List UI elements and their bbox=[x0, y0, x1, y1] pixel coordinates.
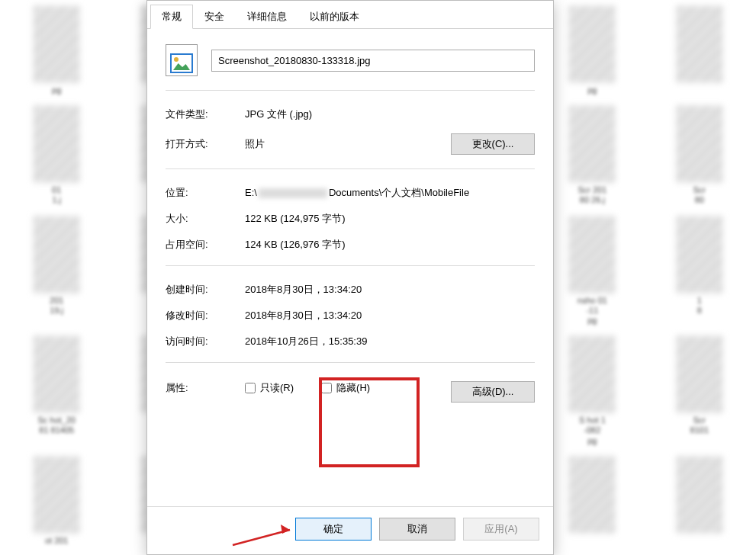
file-thumbnail[interactable] bbox=[649, 457, 750, 549]
file-thumbnail[interactable] bbox=[649, 6, 750, 98]
label-created: 创建时间: bbox=[166, 283, 239, 297]
label-size: 大小: bbox=[166, 212, 239, 226]
file-thumbnail[interactable]: S hot 1 -082 pg bbox=[542, 336, 642, 449]
separator bbox=[166, 168, 535, 169]
value-modified: 2018年8月30日，13:34:20 bbox=[245, 309, 535, 322]
checkbox-readonly[interactable]: 只读(R) bbox=[245, 381, 294, 395]
tab-previous-versions[interactable]: 以前的版本 bbox=[298, 5, 371, 29]
value-size-on-disk: 124 KB (126,976 字节) bbox=[245, 238, 535, 252]
label-size-on-disk: 占用空间: bbox=[166, 238, 239, 252]
value-accessed: 2018年10月26日，15:35:39 bbox=[245, 335, 535, 348]
properties-dialog: 常规 安全 详细信息 以前的版本 文件类型: JPG 文件 (.jpg) 打开方… bbox=[146, 0, 554, 555]
file-thumbnail[interactable]: Scr 8101 bbox=[649, 336, 750, 449]
dialog-content: 文件类型: JPG 文件 (.jpg) 打开方式: 照片 更改(C)... 位置… bbox=[147, 29, 553, 506]
file-thumbnail[interactable]: 1 8 bbox=[649, 217, 750, 329]
tab-general[interactable]: 常规 bbox=[150, 5, 193, 29]
file-thumbnail[interactable] bbox=[542, 457, 642, 549]
label-accessed: 访问时间: bbox=[166, 335, 239, 348]
checkbox-hidden-input[interactable] bbox=[321, 383, 332, 393]
file-type-icon bbox=[166, 44, 198, 76]
tabs-bar: 常规 安全 详细信息 以前的版本 bbox=[147, 1, 553, 29]
file-thumbnail[interactable]: Scr 201 80 26.j bbox=[542, 106, 642, 208]
label-modified: 修改时间: bbox=[166, 309, 239, 322]
label-open-with: 打开方式: bbox=[166, 137, 239, 151]
apply-button[interactable]: 应用(A) bbox=[463, 518, 539, 541]
separator bbox=[166, 265, 535, 266]
file-thumbnail[interactable]: Scr 80 bbox=[649, 106, 750, 208]
file-thumbnail[interactable]: 201 19.j bbox=[6, 217, 107, 329]
file-thumbnail[interactable]: Sc hot_20 81 81405 bbox=[6, 336, 107, 449]
label-attributes: 属性: bbox=[166, 381, 239, 395]
change-button[interactable]: 更改(C)... bbox=[451, 133, 535, 155]
separator bbox=[166, 362, 535, 363]
filename-input[interactable] bbox=[211, 50, 535, 72]
ok-button[interactable]: 确定 bbox=[295, 518, 372, 541]
value-location: E:\Documents\个人文档\MobileFile bbox=[245, 186, 535, 200]
separator bbox=[166, 90, 535, 91]
tab-details[interactable]: 详细信息 bbox=[236, 5, 298, 29]
cancel-button[interactable]: 取消 bbox=[379, 518, 455, 541]
advanced-button[interactable]: 高级(D)... bbox=[451, 381, 535, 403]
value-open-with: 照片 bbox=[245, 137, 445, 151]
value-size: 122 KB (124,975 字节) bbox=[245, 212, 535, 226]
checkbox-readonly-input[interactable] bbox=[245, 383, 256, 393]
checkbox-readonly-label: 只读(R) bbox=[260, 381, 294, 395]
value-file-type: JPG 文件 (.jpg) bbox=[245, 107, 535, 121]
tab-security[interactable]: 安全 bbox=[193, 5, 236, 29]
label-file-type: 文件类型: bbox=[166, 107, 239, 121]
value-created: 2018年8月30日，13:34:20 bbox=[245, 283, 535, 297]
file-thumbnail[interactable]: pg bbox=[542, 6, 642, 98]
label-location: 位置: bbox=[166, 186, 239, 200]
file-thumbnail[interactable]: nsho 01 -11 pg bbox=[542, 217, 642, 329]
checkbox-hidden-label: 隐藏(H) bbox=[336, 381, 370, 395]
file-thumbnail[interactable]: ot 201 bbox=[6, 457, 107, 549]
checkbox-hidden[interactable]: 隐藏(H) bbox=[321, 381, 370, 395]
dialog-footer: 确定 取消 应用(A) bbox=[147, 506, 553, 554]
file-thumbnail[interactable]: pg bbox=[6, 6, 107, 98]
file-thumbnail[interactable]: 01 1.j bbox=[6, 106, 107, 208]
